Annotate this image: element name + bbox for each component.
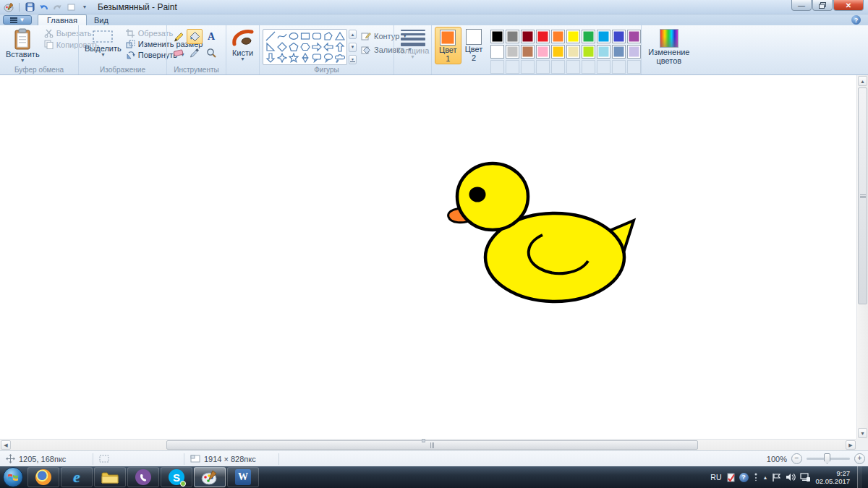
shape-pentagon[interactable] xyxy=(288,42,299,52)
select-button[interactable]: Выделить ▼ xyxy=(82,27,124,59)
shape-callout-oval[interactable] xyxy=(323,53,333,63)
zoom-in-button[interactable]: + xyxy=(854,453,865,464)
tray-help-icon[interactable]: ? xyxy=(739,473,749,482)
palette-swatch-empty[interactable] xyxy=(506,60,519,74)
scroll-left-arrow[interactable]: ◀ xyxy=(1,440,11,450)
shape-ellipse[interactable] xyxy=(288,31,299,41)
palette-swatch[interactable] xyxy=(582,30,595,43)
palette-swatch-empty[interactable] xyxy=(582,60,595,74)
taskbar-firefox-button[interactable] xyxy=(27,467,59,487)
palette-swatch[interactable] xyxy=(566,30,580,43)
color1-button[interactable]: Цвет 1 xyxy=(435,27,461,64)
pencil-tool[interactable] xyxy=(170,29,186,44)
taskbar-explorer-button[interactable] xyxy=(94,467,126,487)
vertical-scroll-thumb[interactable] xyxy=(858,87,867,304)
language-indicator[interactable]: RU xyxy=(710,473,721,481)
palette-swatch[interactable] xyxy=(490,30,504,43)
palette-swatch-empty[interactable] xyxy=(566,60,580,74)
palette-swatch[interactable] xyxy=(627,45,641,59)
shape-star-4[interactable] xyxy=(276,53,287,63)
zoom-out-button[interactable]: − xyxy=(791,453,802,464)
palette-swatch-empty[interactable] xyxy=(551,60,565,74)
scroll-right-arrow[interactable]: ▶ xyxy=(846,440,856,450)
shape-arrow-up[interactable] xyxy=(334,42,345,52)
action-center-flag-icon[interactable] xyxy=(772,473,781,482)
application-menu-button[interactable]: ▼ xyxy=(3,15,32,25)
zoom-slider[interactable] xyxy=(807,458,850,460)
palette-swatch[interactable] xyxy=(627,30,641,43)
shape-arrow-left[interactable] xyxy=(323,42,333,52)
fill-tool[interactable] xyxy=(187,29,203,44)
save-button[interactable] xyxy=(24,2,35,12)
palette-swatch-empty[interactable] xyxy=(521,60,535,74)
scroll-up-arrow[interactable]: ▲ xyxy=(858,76,867,86)
shapes-scroll-down-button[interactable]: ▼ xyxy=(349,43,357,52)
qat-customize-dropdown[interactable]: ▼ xyxy=(79,2,90,12)
shape-star-5[interactable] xyxy=(288,53,299,63)
undo-button[interactable] xyxy=(38,2,49,12)
scroll-down-arrow[interactable]: ▼ xyxy=(858,428,867,438)
palette-swatch-empty[interactable] xyxy=(627,60,641,74)
redo-button[interactable] xyxy=(51,2,63,12)
drawing-canvas[interactable] xyxy=(0,75,856,439)
tray-misc-icon[interactable] xyxy=(753,473,759,481)
shape-arrow-right[interactable] xyxy=(311,42,322,52)
thickness-button[interactable]: Толщина ▼ xyxy=(393,27,433,61)
zoom-slider-handle[interactable] xyxy=(824,453,830,464)
taskbar-paint-button[interactable] xyxy=(194,467,226,487)
palette-swatch[interactable] xyxy=(536,45,550,59)
taskbar-word-button[interactable]: W xyxy=(227,467,259,487)
shape-callout-cloud[interactable] xyxy=(334,53,345,63)
taskbar-internet-explorer-button[interactable]: e xyxy=(61,467,93,487)
show-desktop-button[interactable] xyxy=(857,466,862,488)
palette-swatch[interactable] xyxy=(521,45,535,59)
shape-hexagon[interactable] xyxy=(299,42,310,52)
taskbar-viber-button[interactable] xyxy=(127,467,159,487)
start-button[interactable] xyxy=(3,467,23,487)
show-hidden-icons-button[interactable]: ▲ xyxy=(763,475,768,480)
help-icon[interactable]: ? xyxy=(851,15,861,25)
shape-polygon[interactable] xyxy=(323,31,333,41)
magnifier-tool[interactable] xyxy=(203,45,219,60)
palette-swatch[interactable] xyxy=(612,30,626,43)
palette-swatch[interactable] xyxy=(536,30,550,43)
tray-document-icon[interactable] xyxy=(726,473,735,482)
palette-swatch[interactable] xyxy=(521,30,535,43)
palette-swatch[interactable] xyxy=(506,30,519,43)
restore-button[interactable] xyxy=(812,0,833,11)
shape-curve[interactable] xyxy=(276,31,287,41)
tray-clock[interactable]: 9:27 02.05.2017 xyxy=(815,469,850,485)
palette-swatch[interactable] xyxy=(490,45,504,59)
shape-rectangle[interactable] xyxy=(299,31,310,41)
text-tool[interactable]: A xyxy=(203,29,219,44)
horizontal-scroll-thumb[interactable] xyxy=(166,440,698,450)
shapes-more-button[interactable]: ▼ xyxy=(349,55,357,64)
brushes-button[interactable]: Кисти ▼ xyxy=(229,27,257,63)
palette-swatch[interactable] xyxy=(566,45,580,59)
palette-swatch-empty[interactable] xyxy=(536,60,550,74)
qat-extra-button[interactable] xyxy=(65,2,77,12)
color2-button[interactable]: Цвет 2 xyxy=(461,27,487,63)
shape-triangle[interactable] xyxy=(334,31,345,41)
shape-star-6[interactable] xyxy=(299,53,310,63)
palette-swatch[interactable] xyxy=(597,45,610,59)
paste-button[interactable]: Вставить ▼ xyxy=(3,27,43,64)
palette-swatch-empty[interactable] xyxy=(597,60,610,74)
minimize-button[interactable]: — xyxy=(791,0,812,11)
shape-rounded-rectangle[interactable] xyxy=(311,31,322,41)
shape-callout-rounded[interactable] xyxy=(311,53,322,63)
taskbar-skype-button[interactable]: S xyxy=(161,467,192,487)
palette-swatch[interactable] xyxy=(597,30,610,43)
shapes-scroll-up-button[interactable]: ▲ xyxy=(349,30,357,39)
tab-home[interactable]: Главная xyxy=(38,14,87,25)
palette-swatch[interactable] xyxy=(612,45,626,59)
horizontal-scrollbar[interactable]: ◀ ▶ xyxy=(0,439,856,450)
palette-swatch[interactable] xyxy=(551,45,565,59)
shape-diamond[interactable] xyxy=(276,42,287,52)
volume-icon[interactable] xyxy=(786,473,796,481)
network-icon[interactable] xyxy=(800,473,811,482)
shape-right-triangle[interactable] xyxy=(265,42,276,52)
shape-arrow-down[interactable] xyxy=(265,53,276,63)
shape-line[interactable] xyxy=(265,31,276,41)
color-picker-tool[interactable] xyxy=(187,45,203,60)
